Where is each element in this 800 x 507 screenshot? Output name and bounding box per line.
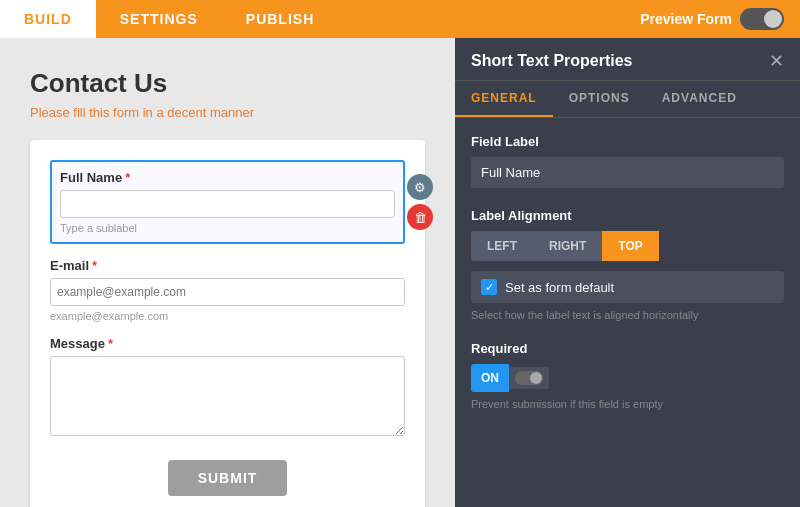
panel-title: Short Text Properties <box>471 52 633 70</box>
field-row-fullname[interactable]: Full Name* Type a sublabel ⚙ 🗑 <box>50 160 405 244</box>
field-label-input[interactable] <box>471 157 784 188</box>
close-button[interactable]: ✕ <box>769 52 784 70</box>
preview-form-label: Preview Form <box>640 11 732 27</box>
label-alignment-section: Label Alignment LEFT RIGHT TOP ✓ Set as … <box>471 208 784 321</box>
form-card: Full Name* Type a sublabel ⚙ 🗑 E-mail* e… <box>30 140 425 507</box>
tab-advanced[interactable]: ADVANCED <box>646 81 753 117</box>
required-label: Required <box>471 341 784 356</box>
slider-visual <box>515 371 543 385</box>
field-label-email: E-mail* <box>50 258 405 273</box>
required-section: Required ON Prevent submission if this f… <box>471 341 784 410</box>
nav-tab-build[interactable]: BUILD <box>0 0 96 38</box>
field-input-email[interactable] <box>50 278 405 306</box>
field-row-email[interactable]: E-mail* example@example.com <box>50 258 405 322</box>
set-as-default-row[interactable]: ✓ Set as form default <box>471 271 784 303</box>
panel-tabs: GENERAL OPTIONS ADVANCED <box>455 81 800 118</box>
form-title: Contact Us <box>30 68 425 99</box>
align-left-button[interactable]: LEFT <box>471 231 533 261</box>
field-label-prop-title: Field Label <box>471 134 784 149</box>
field-row-message[interactable]: Message* <box>50 336 405 440</box>
preview-form-area: Preview Form <box>640 8 800 30</box>
form-subtitle: Please fill this form in a decent manner <box>30 105 425 120</box>
field-actions-fullname: ⚙ 🗑 <box>407 174 433 230</box>
toggle-on-label[interactable]: ON <box>471 364 509 392</box>
field-label-message: Message* <box>50 336 405 351</box>
field-input-fullname[interactable] <box>60 190 395 218</box>
field-label-fullname: Full Name* <box>60 170 395 185</box>
required-help-text: Prevent submission if this field is empt… <box>471 398 784 410</box>
field-textarea-message[interactable] <box>50 356 405 436</box>
field-label-section: Field Label <box>471 134 784 188</box>
submit-button[interactable]: SUBMIT <box>168 460 288 496</box>
field-placeholder-email: example@example.com <box>50 310 405 322</box>
top-nav: BUILD SETTINGS PUBLISH Preview Form <box>0 0 800 38</box>
alignment-buttons: LEFT RIGHT TOP <box>471 231 784 261</box>
tab-options[interactable]: OPTIONS <box>553 81 646 117</box>
properties-panel: Short Text Properties ✕ GENERAL OPTIONS … <box>455 38 800 507</box>
align-right-button[interactable]: RIGHT <box>533 231 602 261</box>
panel-header: Short Text Properties ✕ <box>455 38 800 81</box>
set-as-default-label: Set as form default <box>505 280 614 295</box>
toggle-slider[interactable] <box>509 367 549 389</box>
nav-tab-settings[interactable]: SETTINGS <box>96 0 222 38</box>
required-toggle: ON <box>471 364 784 392</box>
field-sublabel-fullname: Type a sublabel <box>60 222 395 234</box>
form-builder-panel: Contact Us Please fill this form in a de… <box>0 38 455 507</box>
align-top-button[interactable]: TOP <box>602 231 658 261</box>
required-star: * <box>125 170 130 185</box>
gear-button-fullname[interactable]: ⚙ <box>407 174 433 200</box>
label-alignment-title: Label Alignment <box>471 208 784 223</box>
set-as-default-checkbox[interactable]: ✓ <box>481 279 497 295</box>
delete-button-fullname[interactable]: 🗑 <box>407 204 433 230</box>
preview-form-toggle[interactable] <box>740 8 784 30</box>
tab-general[interactable]: GENERAL <box>455 81 553 117</box>
panel-body: Field Label Label Alignment LEFT RIGHT T… <box>455 118 800 446</box>
main-layout: Contact Us Please fill this form in a de… <box>0 38 800 507</box>
alignment-help-text: Select how the label text is aligned hor… <box>471 309 784 321</box>
nav-tab-publish[interactable]: PUBLISH <box>222 0 338 38</box>
